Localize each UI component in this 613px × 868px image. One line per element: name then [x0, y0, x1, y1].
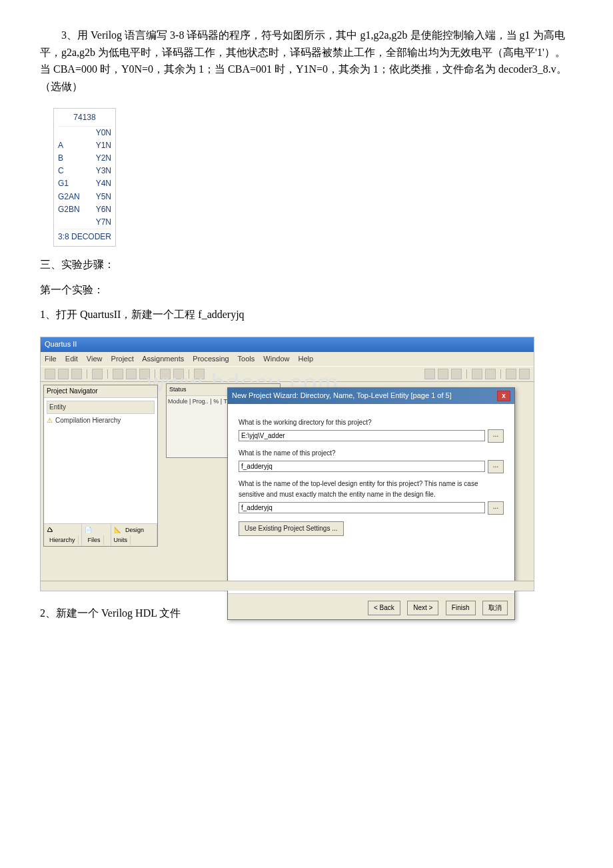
wizard-titlebar: New Project Wizard: Directory, Name, Top…	[228, 388, 514, 404]
warning-icon: ⚠	[47, 415, 53, 426]
use-existing-button[interactable]: Use Existing Project Settings ...	[239, 521, 344, 536]
menu-window[interactable]: Window	[263, 355, 289, 363]
ic-row: Y0N	[58, 127, 111, 139]
close-icon[interactable]: x	[497, 391, 510, 401]
ic-footer: 3:8 DECODER	[58, 229, 111, 243]
window-titlebar: Quartus II	[41, 337, 534, 352]
wizard-label-name: What is the name of this project?	[239, 448, 504, 459]
browse-name-button[interactable]: ...	[488, 460, 504, 473]
wizard-label-dir: What is the working directory for this p…	[239, 417, 504, 428]
navigator-tabs: 🛆 Hierarchy 📄 Files 📐 Design Units	[44, 523, 157, 546]
ic-74138-block: 74138 Y0N AY1N BY2N CY3N G1Y4N G2ANY5N G…	[53, 108, 116, 247]
back-button[interactable]: < Back	[368, 601, 400, 615]
menu-help[interactable]: Help	[299, 355, 314, 363]
simulate-icon[interactable]	[438, 369, 448, 379]
toolbar-separator	[107, 369, 108, 379]
menu-project[interactable]: Project	[111, 355, 134, 363]
top-entity-input[interactable]	[239, 502, 485, 513]
wizard-footer: < Back Next > Finish 取消	[228, 593, 514, 619]
quartus-screenshot: Quartus II File Edit View Project Assign…	[40, 337, 534, 591]
project-navigator-header: Project Navigator	[44, 385, 157, 398]
browse-top-button[interactable]: ...	[488, 501, 504, 515]
entity-cell: Entity	[47, 401, 155, 414]
compile-icon[interactable]	[424, 369, 435, 379]
toolbar-separator	[466, 369, 467, 379]
wizard-label-top: What is the name of the top-level design…	[239, 479, 504, 500]
status-bar	[41, 581, 534, 591]
menu-edit[interactable]: Edit	[65, 355, 78, 363]
new-icon[interactable]	[45, 369, 55, 379]
print-icon[interactable]	[92, 369, 103, 379]
open-icon[interactable]	[58, 369, 69, 379]
toolbar-separator	[87, 369, 87, 379]
toolbar-separator	[500, 369, 501, 379]
menu-processing[interactable]: Processing	[193, 355, 229, 363]
tab-files[interactable]: 📄 Files	[82, 524, 111, 546]
chip-icon[interactable]	[506, 369, 516, 379]
report-icon[interactable]	[519, 369, 530, 379]
menu-view[interactable]: View	[87, 355, 103, 363]
project-navigator-body[interactable]: Entity ⚠ Compilation Hierarchy	[44, 398, 157, 523]
menu-file[interactable]: File	[45, 355, 57, 363]
wizard-title-text: New Project Wizard: Directory, Name, Top…	[232, 390, 452, 402]
play-icon[interactable]	[472, 369, 482, 379]
ic-row: CY3N	[58, 165, 111, 177]
directory-input[interactable]	[239, 430, 485, 441]
ic-row: G2ANY5N	[58, 191, 111, 203]
ic-row: G1Y4N	[58, 177, 111, 190]
ic-header: 74138	[58, 111, 111, 126]
paragraph-task3: 3、用 Verilog 语言编写 3-8 译码器的程序，符号如图所示，其中 g1…	[40, 27, 573, 95]
next-button[interactable]: Next >	[407, 601, 438, 615]
ic-row: AY1N	[58, 139, 111, 152]
menu-assignments[interactable]: Assignments	[142, 355, 184, 363]
wizard-body: What is the working directory for this p…	[228, 404, 514, 593]
tab-hierarchy[interactable]: 🛆 Hierarchy	[44, 524, 82, 546]
ic-row: Y7N	[58, 216, 111, 229]
experiment-heading: 第一个实验：	[40, 281, 573, 299]
step-1: 1、打开 QuartusII，新建一个工程 f_adderyjq	[40, 306, 573, 323]
copy-icon[interactable]	[126, 369, 137, 379]
finish-button[interactable]: Finish	[446, 601, 476, 615]
stop-icon[interactable]	[485, 369, 496, 379]
project-navigator-panel: Project Navigator Entity ⚠ Compilation H…	[43, 385, 158, 547]
ic-row: BY2N	[58, 152, 111, 165]
tab-design-units[interactable]: 📐 Design Units	[111, 524, 157, 546]
hierarchy-row[interactable]: ⚠ Compilation Hierarchy	[47, 415, 155, 426]
cut-icon[interactable]	[113, 369, 123, 379]
menu-tools[interactable]: Tools	[238, 355, 255, 363]
ic-rows: Y0N AY1N BY2N CY3N G1Y4N G2ANY5N G2BNY6N…	[58, 127, 111, 229]
browse-dir-button[interactable]: ...	[488, 429, 504, 443]
save-icon[interactable]	[71, 369, 82, 379]
cancel-button[interactable]: 取消	[482, 601, 508, 615]
app-title: Quartus II	[45, 340, 77, 348]
section-heading-steps: 三、实验步骤：	[40, 256, 573, 273]
ic-row: G2BNY6N	[58, 203, 111, 216]
project-name-input[interactable]	[239, 461, 485, 472]
timing-icon[interactable]	[451, 369, 462, 379]
